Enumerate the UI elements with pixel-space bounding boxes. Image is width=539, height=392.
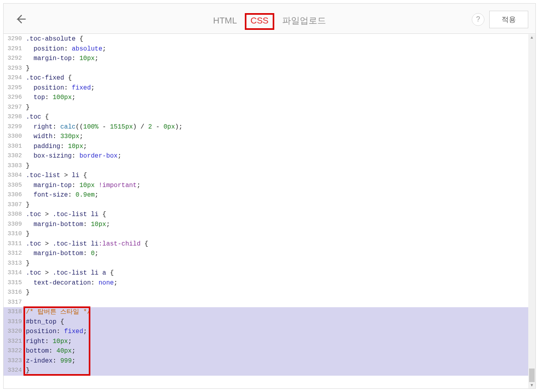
line-number: 3314 xyxy=(4,268,24,278)
line-number: 3294 xyxy=(4,73,24,83)
code-line[interactable]: /* 탑버튼 스타일 */ xyxy=(24,307,528,317)
code-line[interactable]: } xyxy=(24,161,528,171)
line-number: 3302 xyxy=(4,151,24,161)
line-number: 3290 xyxy=(4,34,24,44)
code-content[interactable]: .toc-absolute { position: absolute; marg… xyxy=(24,34,528,388)
line-number: 3303 xyxy=(4,161,24,171)
code-editor[interactable]: 3290329132923293329432953296329732983299… xyxy=(4,34,535,388)
code-line[interactable]: width: 330px; xyxy=(24,132,528,142)
scroll-down-icon[interactable]: ▼ xyxy=(528,382,535,388)
help-button[interactable]: ? xyxy=(472,13,484,26)
code-line[interactable]: margin-top: 10px !important; xyxy=(24,181,528,191)
line-number: 3301 xyxy=(4,142,24,152)
code-line[interactable]: position: fixed; xyxy=(24,83,528,93)
code-line[interactable]: .toc > .toc-list li a { xyxy=(24,268,528,278)
line-number: 3317 xyxy=(4,298,24,308)
code-line[interactable]: position: fixed; xyxy=(24,327,528,337)
code-line[interactable]: padding: 10px; xyxy=(24,142,528,152)
line-number: 3320 xyxy=(4,327,24,337)
line-number: 3310 xyxy=(4,229,24,239)
line-number: 3297 xyxy=(4,103,24,113)
line-number: 3292 xyxy=(4,54,24,64)
code-line[interactable]: .toc-absolute { xyxy=(24,34,528,44)
code-line[interactable]: position: absolute; xyxy=(24,44,528,54)
code-line[interactable]: } xyxy=(24,229,528,239)
code-line[interactable]: z-index: 999; xyxy=(24,356,528,366)
line-number: 3324 xyxy=(4,366,24,376)
line-number: 3318 xyxy=(4,307,24,317)
line-number: 3306 xyxy=(4,190,24,200)
code-line[interactable]: font-size: 0.9em; xyxy=(24,190,528,200)
line-number: 3321 xyxy=(4,337,24,347)
line-number: 3307 xyxy=(4,200,24,210)
line-number: 3296 xyxy=(4,93,24,103)
line-number: 3315 xyxy=(4,278,24,288)
code-line[interactable]: top: 100px; xyxy=(24,93,528,103)
code-line[interactable]: .toc > .toc-list li:last-child { xyxy=(24,239,528,249)
code-line[interactable]: box-sizing: border-box; xyxy=(24,151,528,161)
code-line[interactable]: } xyxy=(24,288,528,298)
code-line[interactable]: margin-top: 10px; xyxy=(24,54,528,64)
code-line[interactable]: #btn_top { xyxy=(24,317,528,327)
code-line[interactable]: text-decoration: none; xyxy=(24,278,528,288)
scroll-up-icon[interactable]: ▲ xyxy=(528,34,535,41)
editor-window: HTML CSS 파일업로드 ? 적용 32903291329232933294… xyxy=(3,3,536,389)
code-line[interactable]: .toc { xyxy=(24,112,528,122)
code-line[interactable]: } xyxy=(24,64,528,74)
tab-file-upload[interactable]: 파일업로드 xyxy=(277,12,332,29)
line-number: 3309 xyxy=(4,220,24,230)
code-line[interactable]: .toc-fixed { xyxy=(24,73,528,83)
header-bar: HTML CSS 파일업로드 ? 적용 xyxy=(4,4,535,34)
code-line[interactable]: bottom: 40px; xyxy=(24,346,528,356)
line-number: 3323 xyxy=(4,356,24,366)
line-number: 3298 xyxy=(4,112,24,122)
code-line[interactable]: right: calc((100% - 1515px) / 2 - 0px); xyxy=(24,122,528,132)
code-line[interactable]: } xyxy=(24,103,528,113)
line-number: 3305 xyxy=(4,181,24,191)
line-number: 3316 xyxy=(4,288,24,298)
line-number-gutter: 3290329132923293329432953296329732983299… xyxy=(4,34,24,388)
line-number: 3299 xyxy=(4,122,24,132)
line-number: 3295 xyxy=(4,83,24,93)
line-number: 3319 xyxy=(4,317,24,327)
line-number: 3313 xyxy=(4,259,24,269)
tabs: HTML CSS 파일업로드 xyxy=(4,12,535,30)
code-line[interactable]: } xyxy=(24,366,528,376)
line-number: 3322 xyxy=(4,346,24,356)
scrollbar-vertical[interactable]: ▲ ▼ xyxy=(528,34,535,388)
code-line[interactable]: margin-bottom: 10px; xyxy=(24,220,528,230)
tab-html[interactable]: HTML xyxy=(207,13,242,28)
line-number: 3300 xyxy=(4,132,24,142)
line-number: 3311 xyxy=(4,239,24,249)
line-number: 3304 xyxy=(4,171,24,181)
tab-css[interactable]: CSS xyxy=(245,13,274,30)
line-number: 3293 xyxy=(4,64,24,74)
line-number: 3308 xyxy=(4,210,24,220)
code-line[interactable] xyxy=(24,298,528,308)
code-line[interactable]: .toc > .toc-list li { xyxy=(24,210,528,220)
apply-button[interactable]: 적용 xyxy=(489,11,528,28)
code-line[interactable]: right: 10px; xyxy=(24,337,528,347)
code-line[interactable]: } xyxy=(24,259,528,269)
line-number: 3312 xyxy=(4,249,24,259)
code-line[interactable]: } xyxy=(24,200,528,210)
scroll-thumb[interactable] xyxy=(529,369,535,382)
line-number: 3291 xyxy=(4,44,24,54)
code-line[interactable]: margin-bottom: 0; xyxy=(24,249,528,259)
code-line[interactable]: .toc-list > li { xyxy=(24,171,528,181)
